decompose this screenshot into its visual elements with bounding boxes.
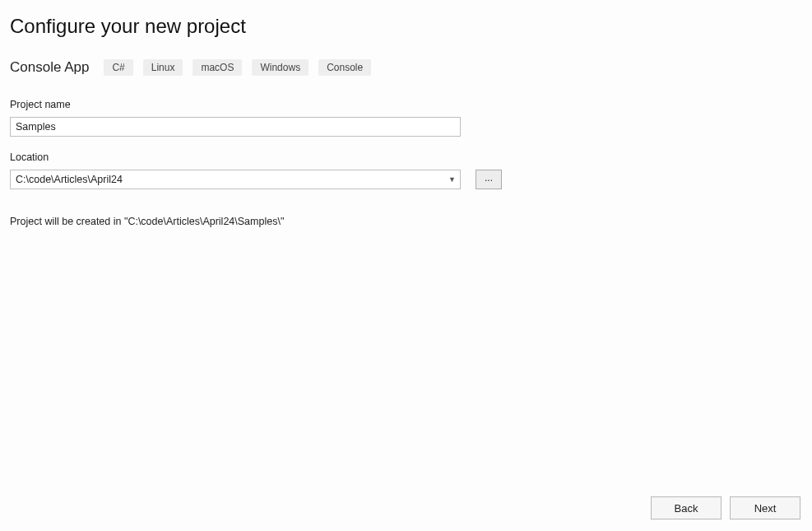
template-tag: Linux [143,59,183,76]
template-tag: C# [104,59,132,76]
location-label: Location [10,151,802,163]
project-name-input[interactable] [10,117,461,137]
template-row: Console App C# Linux macOS Windows Conso… [10,59,802,76]
location-group: Location ▼ ... [10,151,802,189]
project-path-preview: Project will be created in "C:\code\Arti… [10,216,802,227]
browse-button[interactable]: ... [476,170,502,189]
project-name-label: Project name [10,99,802,110]
project-name-group: Project name [10,99,802,137]
back-button[interactable]: Back [651,496,722,519]
template-tag: macOS [193,59,242,76]
footer-buttons: Back Next [651,496,800,519]
location-input[interactable] [10,170,461,189]
template-tag: Console [318,59,371,76]
next-button[interactable]: Next [730,496,800,519]
location-combo[interactable]: ▼ [10,170,461,189]
template-name: Console App [10,59,89,76]
page-title: Configure your new project [10,15,802,38]
template-tag: Windows [252,59,309,76]
